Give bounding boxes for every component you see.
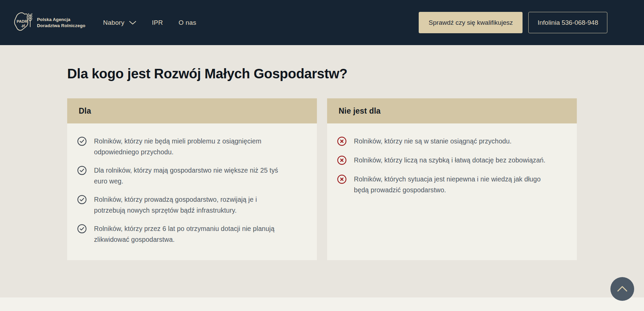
list-item: Rolników, którzy nie są w stanie osiągną… bbox=[337, 136, 556, 147]
item-text: Rolników, którzy prowadzą gospodarstwo, … bbox=[94, 194, 289, 216]
item-text: Rolników, którzy nie będą mieli problemu… bbox=[94, 136, 289, 157]
item-text: Rolników, którzy przez 6 lat po otrzyman… bbox=[94, 223, 289, 245]
check-circle-icon bbox=[77, 166, 87, 176]
chevron-up-icon bbox=[616, 285, 629, 293]
card-body: Rolników, którzy nie są w stanie osiągną… bbox=[327, 123, 577, 260]
svg-text:.pl: .pl bbox=[21, 24, 25, 27]
nav-label: IPR bbox=[152, 19, 163, 26]
nav-label: O nas bbox=[178, 19, 196, 26]
list-item: Rolników, którzy nie będą mieli problemu… bbox=[77, 136, 297, 157]
main-nav: Nabory IPR O nas bbox=[103, 19, 196, 26]
qualify-check-button[interactable]: Sprawdź czy się kwalifikujesz bbox=[419, 12, 523, 33]
item-text: Rolników, którzy nie są w stanie osiągną… bbox=[354, 136, 512, 147]
card-body: Rolników, którzy nie będą mieli problemu… bbox=[67, 123, 317, 260]
item-text: Rolników, którzy liczą na szybką i łatwą… bbox=[354, 155, 546, 166]
page-title: Dla kogo jest Rozwój Małych Gospodarstw? bbox=[67, 66, 577, 81]
x-circle-icon bbox=[337, 175, 346, 185]
item-text: Rolników, których sytuacja jest niepewna… bbox=[354, 174, 549, 195]
x-circle-icon bbox=[337, 156, 346, 166]
item-text: Dla rolników, którzy mają gospodarstwo n… bbox=[94, 165, 289, 187]
padr-logo[interactable]: PADR .pl Polska Agencja Doradztwa Rolnic… bbox=[14, 12, 86, 34]
svg-text:PADR: PADR bbox=[17, 19, 27, 23]
scroll-to-top-button[interactable] bbox=[610, 277, 634, 301]
card-header: Dla bbox=[67, 98, 317, 123]
list-item: Rolników, którzy prowadzą gospodarstwo, … bbox=[77, 194, 297, 216]
next-section-strip bbox=[0, 297, 644, 311]
header-actions: Sprawdź czy się kwalifikujesz Infolinia … bbox=[419, 12, 607, 33]
wheat-icon bbox=[29, 14, 32, 27]
card-eligible: Dla Rolników, którzy nie będą mieli prob… bbox=[67, 98, 317, 260]
eligibility-cards: Dla Rolników, którzy nie będą mieli prob… bbox=[67, 98, 577, 260]
list-item: Rolników, którzy liczą na szybką i łatwą… bbox=[337, 155, 556, 166]
nav-item-nabory[interactable]: Nabory bbox=[103, 19, 136, 26]
check-circle-icon bbox=[77, 137, 87, 147]
list-item: Rolników, których sytuacja jest niepewna… bbox=[337, 174, 556, 195]
nav-item-o-nas[interactable]: O nas bbox=[178, 19, 196, 26]
card-title: Dla bbox=[79, 106, 91, 116]
padr-emblem-icon: PADR .pl bbox=[14, 12, 33, 34]
site-header: PADR .pl Polska Agencja Doradztwa Rolnic… bbox=[0, 0, 644, 45]
infoline-button[interactable]: Infolinia 536-068-948 bbox=[528, 12, 607, 33]
nav-item-ipr[interactable]: IPR bbox=[152, 19, 163, 26]
nav-label: Nabory bbox=[103, 19, 125, 26]
list-item: Dla rolników, którzy mają gospodarstwo n… bbox=[77, 165, 297, 187]
check-circle-icon bbox=[77, 195, 87, 206]
card-header: Nie jest dla bbox=[327, 98, 577, 123]
card-title: Nie jest dla bbox=[339, 106, 381, 116]
x-circle-icon bbox=[337, 137, 346, 147]
main-section: Dla kogo jest Rozwój Małych Gospodarstw?… bbox=[0, 45, 644, 297]
list-item: Rolników, którzy przez 6 lat po otrzyman… bbox=[77, 223, 297, 245]
logo-org-name: Polska Agencja Doradztwa Rolniczego bbox=[37, 17, 86, 28]
chevron-down-icon bbox=[129, 19, 136, 26]
check-circle-icon bbox=[77, 224, 87, 235]
card-not-eligible: Nie jest dla Rolników, którzy nie są w s… bbox=[327, 98, 577, 260]
